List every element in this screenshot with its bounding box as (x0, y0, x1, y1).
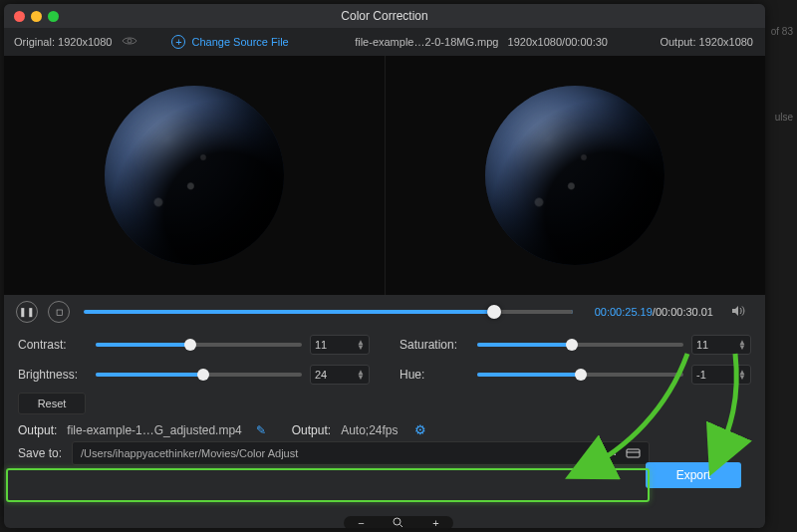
info-bar: Original: 1920x1080 + Change Source File… (4, 28, 765, 56)
save-path-box: /Users/ihappyacethinker/Movies/Color Adj… (72, 441, 650, 465)
svg-point-0 (128, 39, 132, 43)
contrast-value[interactable]: 11▲▼ (310, 335, 370, 355)
timecode: 00:00:25.19/00:00:30.01 (595, 306, 713, 318)
slider-col-right: Saturation: 11▲▼ Hue: -1▲▼ (399, 335, 751, 385)
contrast-row: Contrast: 11▲▼ (18, 335, 370, 355)
pause-button[interactable]: ❚❚ (16, 301, 38, 323)
color-correction-window: Color Correction Original: 1920x1080 + C… (4, 4, 765, 528)
brightness-value[interactable]: 24▲▼ (310, 365, 370, 385)
saturation-stepper[interactable]: ▲▼ (738, 340, 746, 350)
background-text-2: ulse (775, 112, 793, 123)
slider-col-left: Contrast: 11▲▼ Brightness: 24▲▼ (18, 335, 370, 385)
stop-button[interactable]: ◻ (48, 301, 70, 323)
saturation-row: Saturation: 11▲▼ (399, 335, 751, 355)
contrast-slider[interactable] (96, 343, 302, 347)
output-settings-icon[interactable]: ⚙ (414, 422, 426, 437)
earth-image (105, 86, 284, 265)
open-folder-icon[interactable] (626, 446, 641, 461)
brightness-label: Brightness: (18, 368, 88, 382)
reset-button[interactable]: Reset (18, 393, 86, 414)
hue-value[interactable]: -1▲▼ (691, 365, 751, 385)
saturation-label: Saturation: (399, 338, 469, 352)
earth-image (485, 86, 664, 265)
brightness-slider[interactable] (96, 373, 302, 377)
original-label: Original: 1920x1080 (14, 36, 112, 48)
zoom-out-button[interactable]: − (358, 517, 364, 529)
change-source-label: Change Source File (191, 36, 288, 48)
preview-original (4, 56, 385, 295)
save-path: /Users/ihappyacethinker/Movies/Color Adj… (81, 447, 595, 459)
hue-row: Hue: -1▲▼ (399, 365, 751, 385)
progress-bar[interactable] (84, 310, 573, 314)
window-title: Color Correction (4, 9, 765, 23)
output-filename-label: Output: (18, 423, 57, 437)
output-format-value: Auto;24fps (341, 423, 398, 437)
zoom-toolbar: − + (344, 516, 453, 530)
preview-adjusted (385, 56, 766, 295)
preview-toggle-icon[interactable] (122, 36, 137, 48)
contrast-stepper[interactable]: ▲▼ (357, 340, 365, 350)
save-label: Save to: (18, 446, 62, 460)
browse-path-button[interactable]: ··· (603, 445, 618, 461)
hue-slider[interactable] (477, 373, 683, 377)
edit-filename-icon[interactable]: ✎ (256, 423, 266, 437)
saturation-value[interactable]: 11▲▼ (691, 335, 751, 355)
contrast-label: Contrast: (18, 338, 88, 352)
hue-label: Hue: (399, 368, 469, 382)
background-text-1: of 83 (771, 26, 793, 37)
hue-stepper[interactable]: ▲▼ (738, 370, 746, 380)
brightness-stepper[interactable]: ▲▼ (357, 370, 365, 380)
adjustment-panel: Contrast: 11▲▼ Brightness: 24▲▼ Saturati… (4, 329, 765, 387)
output-filename: file-example-1…G_adjusted.mp4 (67, 423, 241, 437)
output-settings-row: Output: file-example-1…G_adjusted.mp4 ✎ … (4, 414, 765, 441)
file-info: file-example…2-0-18MG.mpg 1920x1080/00:0… (303, 36, 661, 48)
svg-point-2 (394, 518, 400, 525)
export-button[interactable]: Export (646, 462, 741, 488)
zoom-in-button[interactable]: + (432, 517, 438, 529)
plus-icon: + (171, 35, 185, 49)
preview-area (4, 56, 765, 295)
change-source-button[interactable]: + Change Source File (171, 35, 288, 49)
volume-icon[interactable] (731, 305, 745, 320)
saturation-slider[interactable] (477, 343, 683, 347)
output-res: Output: 1920x1080 (660, 36, 753, 48)
output-format-label: Output: (292, 423, 331, 437)
brightness-row: Brightness: 24▲▼ (18, 365, 370, 385)
svg-rect-1 (627, 449, 640, 457)
zoom-icon[interactable] (393, 517, 403, 530)
titlebar: Color Correction (4, 4, 765, 28)
playback-row: ❚❚ ◻ 00:00:25.19/00:00:30.01 (4, 295, 765, 329)
progress-thumb[interactable] (487, 305, 501, 319)
